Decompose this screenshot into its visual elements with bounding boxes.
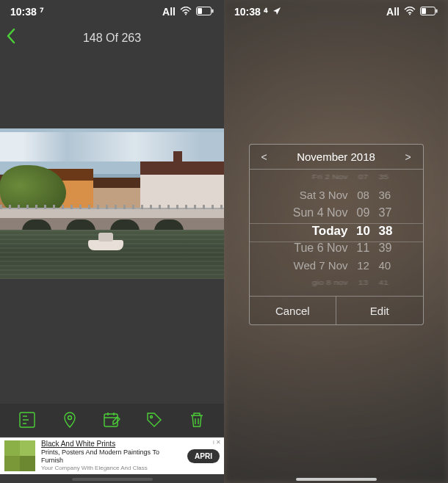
picker-row-selected[interactable]: Today1038 [275,224,398,242]
status-right: All [386,6,438,18]
tag-icon[interactable] [145,410,164,429]
status-time: 10:38 ⁷ [10,6,44,18]
battery-icon [196,6,214,18]
wifi-icon [404,6,416,18]
svg-rect-2 [212,10,214,13]
picker-row[interactable]: Sun 4 Nov0937 [275,206,398,224]
phone-left: 10:38 ⁷ All 148 Of 263 [0,0,224,483]
wifi-icon [180,6,192,18]
ad-info-icon[interactable]: i ✕ [213,439,221,446]
picker-header: < November 2018 > [250,145,423,170]
picker-footer: Cancel Edit [250,296,423,324]
location-arrow-icon [272,6,281,18]
back-button[interactable] [6,28,16,48]
carrier-label: All [162,6,176,18]
nav-bar: 148 Of 263 [0,23,224,53]
home-indicator[interactable] [296,478,377,481]
svg-rect-10 [436,10,438,13]
carrier-label: All [386,6,400,18]
photo-preview[interactable] [0,128,224,279]
picker-row[interactable]: gio 8 nov1341 [275,280,398,292]
home-indicator[interactable] [72,478,153,481]
picker-row[interactable]: Fri 2 Nov0735 [275,174,398,186]
picker-row[interactable]: Sat 3 Nov0836 [275,189,398,206]
exif-icon[interactable] [18,410,37,429]
location-icon[interactable] [60,410,79,429]
battery-icon [420,6,438,18]
ad-text: Black And White Prints Prints, Posters A… [41,440,181,471]
ad-title: Black And White Prints [41,440,181,448]
edit-button[interactable]: Edit [336,297,423,324]
ad-thumbnail [4,440,35,471]
next-month-button[interactable]: > [402,151,414,163]
ad-line2: Your Company With Elegance And Class [41,465,181,472]
picker-month-label: November 2018 [270,150,402,163]
svg-point-0 [185,14,187,15]
prev-month-button[interactable]: < [259,151,270,163]
picker-wheels[interactable]: Fri 2 Nov0735 Sat 3 Nov0836 Sun 4 Nov093… [250,170,423,296]
svg-rect-11 [422,8,426,14]
picker-row[interactable]: Wed 7 Nov1240 [275,259,398,277]
ad-banner[interactable]: Black And White Prints Prints, Posters A… [0,437,224,474]
svg-point-5 [68,416,71,420]
bottom-toolbar [0,404,224,436]
photo-counter: 148 Of 263 [0,32,224,45]
ad-line1: Prints, Posters And Modern Paintings To … [41,448,181,465]
trash-icon[interactable] [187,410,206,429]
calendar-edit-icon[interactable] [102,410,121,429]
cancel-button[interactable]: Cancel [250,297,337,324]
date-picker-modal: < November 2018 > Fri 2 Nov0735 Sat 3 No… [249,144,424,325]
svg-point-8 [409,14,411,15]
status-right: All [162,6,214,18]
svg-point-7 [151,416,153,418]
picker-row[interactable]: Tue 6 Nov1139 [275,242,398,259]
svg-rect-6 [104,414,118,426]
status-time: 10:38 ⁴ [234,6,268,18]
ad-cta-button[interactable]: APRI [187,449,220,463]
status-bar: 10:38 ⁴ All [224,0,448,23]
svg-rect-3 [198,8,202,14]
status-bar: 10:38 ⁷ All [0,0,224,23]
phone-right: 10:38 ⁴ All < November 2018 > Fri 2 N [224,0,448,483]
